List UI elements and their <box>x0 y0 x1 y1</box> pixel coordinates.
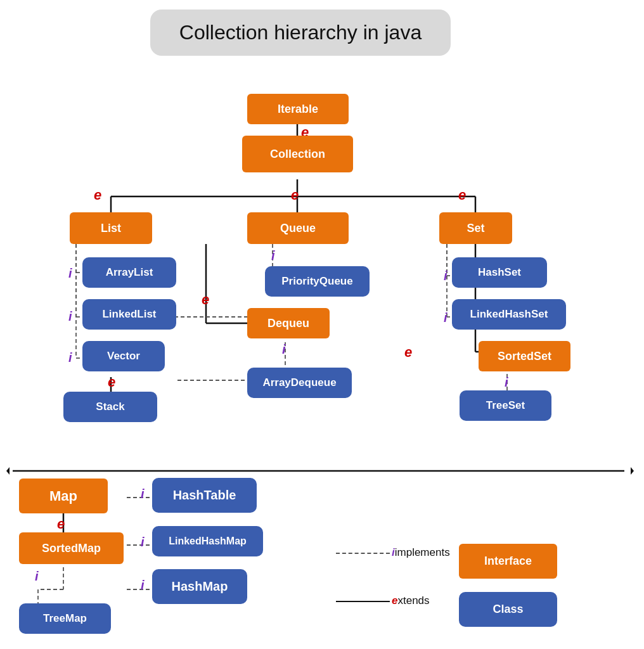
node-arraylist: ArrayList <box>82 257 176 288</box>
node-queue: Queue <box>247 212 349 244</box>
node-hashtable: HashTable <box>152 478 257 513</box>
page-title: Collection hierarchy in java <box>150 10 451 56</box>
label-i-sortedmap-treemap: i <box>35 569 39 584</box>
node-linkedhashmap: LinkedHashMap <box>152 526 263 556</box>
label-i-list-linkedlist: i <box>68 309 72 324</box>
divider-arrow <box>6 465 634 477</box>
node-iterable: Iterable <box>247 94 349 124</box>
label-i-sortedmap-linkedhashmap: i <box>141 535 145 549</box>
label-i-dequeu-arraydequeue: i <box>282 342 286 357</box>
node-list: List <box>70 212 152 244</box>
legend-solid-line <box>336 601 390 602</box>
node-sortedset: SortedSet <box>479 341 570 371</box>
label-i-set-linkedhashset: i <box>444 311 448 325</box>
node-vector: Vector <box>82 341 165 371</box>
node-stack: Stack <box>63 392 157 422</box>
svg-marker-37 <box>631 467 634 475</box>
node-linkedlist: LinkedList <box>82 299 176 330</box>
legend-extends-label: extends <box>392 594 430 607</box>
label-i-set-hashset: i <box>444 269 448 283</box>
label-i-map-hashtable: i <box>141 487 145 501</box>
node-treemap: TreeMap <box>19 603 111 634</box>
label-e-collection-queue: e <box>291 187 299 203</box>
label-i-list-arraylist: i <box>68 266 72 281</box>
label-i-queue-priorityqueue: i <box>271 248 275 263</box>
node-linkedhashset: LinkedHashSet <box>452 299 566 330</box>
node-sortedmap: SortedMap <box>19 532 124 564</box>
node-treeset: TreeSet <box>460 390 551 421</box>
legend-implements-label: iimplements <box>392 546 450 559</box>
label-e-queue-dequeu: e <box>202 292 209 308</box>
legend-interface-box: Interface <box>459 544 557 579</box>
node-hashmap: HashMap <box>152 569 247 604</box>
node-priorityqueue: PriorityQueue <box>265 266 370 297</box>
node-arraydequeue: ArrayDequeue <box>247 368 352 398</box>
label-e-collection-set: e <box>458 187 466 203</box>
label-e-vector-stack: e <box>108 374 115 390</box>
label-i-sortedset-treeset: i <box>505 375 508 390</box>
label-e-set-sortedset: e <box>404 344 412 361</box>
node-set: Set <box>439 212 512 244</box>
node-collection: Collection <box>242 136 353 172</box>
label-e-collection-list: e <box>94 187 101 203</box>
label-i-list-vector: i <box>68 350 72 365</box>
node-dequeu: Dequeu <box>247 308 330 338</box>
label-e-map-sortedmap: e <box>57 516 65 532</box>
legend-dashed-line <box>336 553 390 554</box>
svg-marker-36 <box>6 467 10 475</box>
label-i-map-hashmap: i <box>141 578 145 593</box>
node-hashset: HashSet <box>452 257 547 288</box>
legend-class-box: Class <box>459 592 557 627</box>
node-map: Map <box>19 479 108 513</box>
